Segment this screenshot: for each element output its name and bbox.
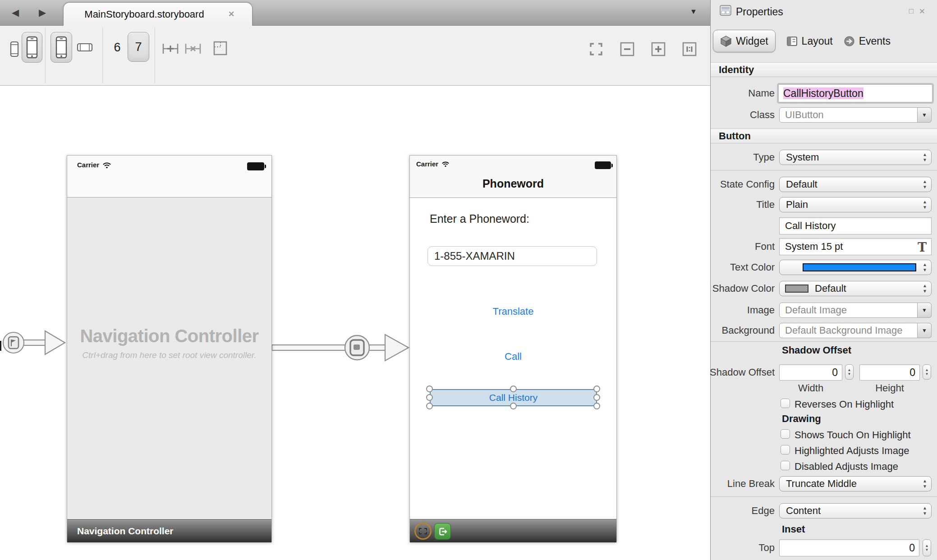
class-value: UIButton: [785, 109, 824, 120]
properties-panel: Properties □ ✕ Widget Layout: [710, 0, 937, 560]
title-text-field[interactable]: Call History: [779, 217, 932, 234]
inset-top-field[interactable]: 0: [779, 539, 919, 556]
back-button[interactable]: ◀: [6, 5, 24, 21]
phoneword-textfield[interactable]: 1-855-XAMARIN: [427, 246, 597, 266]
navigation-controller-scene[interactable]: Carrier Navigation Controller Ctrl+drag …: [67, 155, 272, 542]
type-popup[interactable]: System ▲▼: [779, 150, 932, 165]
font-picker-icon[interactable]: T: [918, 239, 927, 256]
background-combo[interactable]: Default Background Image ▼: [779, 323, 932, 338]
zoom-out-icon: [620, 42, 634, 56]
panel-close-icon[interactable]: ✕: [919, 7, 925, 16]
name-field[interactable]: CallHistoryButton: [778, 84, 932, 102]
selection-handle[interactable]: [593, 403, 600, 409]
up-arrow-glyph: ▲: [923, 283, 927, 289]
down-arrow-glyph: ▼: [925, 372, 929, 376]
translate-button[interactable]: Translate: [410, 306, 616, 317]
inset-header: Inset: [782, 523, 805, 535]
shadow-offset-height-stepper[interactable]: ▲▼: [923, 364, 931, 380]
properties-title: Properties: [736, 6, 783, 18]
forward-button[interactable]: ▶: [33, 5, 51, 21]
down-arrow-glyph: ▼: [923, 157, 927, 163]
down-arrow-glyph: ▼: [923, 205, 927, 210]
ios6-button[interactable]: 6: [110, 41, 124, 55]
highlighted-adjusts-checkbox[interactable]: [781, 445, 790, 454]
storyboard-canvas[interactable]: Carrier Navigation Controller Ctrl+drag …: [0, 86, 710, 560]
selection-handle[interactable]: [426, 403, 433, 409]
edge-row: Edge Content ▲▼: [711, 503, 937, 519]
dropdown-icon[interactable]: ▼: [917, 323, 932, 338]
up-arrow-glyph: ▲: [925, 544, 929, 548]
selection-handle[interactable]: [593, 386, 600, 392]
selection-handle[interactable]: [510, 386, 517, 392]
constraint-frame-button[interactable]: [212, 40, 228, 58]
orientation-portrait-button[interactable]: [51, 32, 72, 63]
inset-top-stepper[interactable]: ▲▼: [923, 539, 931, 556]
name-row: Name CallHistoryButton: [711, 84, 937, 102]
nav-controller-footer-label: Navigation Controller: [77, 519, 174, 543]
cube-icon: [720, 35, 732, 47]
constraint-add-button[interactable]: [161, 41, 179, 58]
panel-detach-icon[interactable]: □: [909, 7, 914, 16]
exit-segue-icon[interactable]: [434, 523, 451, 540]
shadow-offset-height-field[interactable]: 0: [859, 364, 920, 381]
tab-mainstoryboard[interactable]: MainStoryboard.storyboard ✕: [63, 2, 253, 26]
orientation-landscape-button[interactable]: [77, 43, 93, 54]
phoneword-prompt-label[interactable]: Enter a Phoneword:: [430, 212, 529, 225]
toolbar-separator: [102, 28, 103, 83]
dropdown-icon[interactable]: ▼: [917, 107, 932, 123]
constraint-remove-button[interactable]: [184, 41, 202, 58]
zoom-actual-button[interactable]: [682, 42, 697, 56]
background-value: Default Background Image: [785, 325, 903, 336]
zoom-out-button[interactable]: [620, 42, 634, 56]
selection-handle[interactable]: [510, 403, 517, 409]
shadow-offset-width-field[interactable]: 0: [779, 364, 842, 381]
zoom-in-button[interactable]: [651, 42, 666, 56]
state-config-popup[interactable]: Default ▲▼: [779, 177, 932, 192]
selection-handle[interactable]: [426, 386, 433, 392]
up-arrow-glyph: ▲: [925, 368, 929, 372]
line-break-popup[interactable]: Truncate Middle ▲▼: [779, 476, 932, 491]
tab-widget[interactable]: Widget: [713, 30, 776, 52]
zoom-fit-button[interactable]: [589, 42, 603, 56]
view-controller-icon[interactable]: [414, 523, 432, 540]
shadow-color-popup[interactable]: Default ▲▼: [779, 281, 932, 296]
tab-layout[interactable]: Layout: [786, 35, 833, 47]
up-arrow-glyph: ▲: [923, 478, 927, 484]
tab-overflow-icon[interactable]: ▼: [690, 8, 697, 16]
selection-handle[interactable]: [426, 394, 433, 401]
reverses-on-highlight-checkbox[interactable]: [781, 399, 790, 408]
title-text-row: Call History: [711, 217, 937, 234]
selection-handle[interactable]: [593, 394, 600, 401]
ios7-label: 7: [135, 40, 142, 54]
initial-view-controller-arrow[interactable]: [1, 318, 69, 368]
dropdown-icon[interactable]: ▼: [917, 303, 932, 318]
properties-panel-icon: [720, 5, 731, 16]
call-button[interactable]: Call: [410, 351, 616, 363]
size-phone-large-button[interactable]: [22, 32, 42, 63]
size-phone-small-button[interactable]: [10, 41, 19, 59]
nav-controller-body[interactable]: Navigation Controller Ctrl+drag from her…: [67, 197, 271, 518]
shadow-offset-width-stepper[interactable]: ▲▼: [845, 364, 854, 380]
designer-toolbar: 6 7 SIZE ORIENTATION iOS VERSION CONSTRA…: [0, 26, 710, 86]
text-color-swatch: [803, 263, 916, 271]
font-field[interactable]: System 15 pt T: [779, 238, 932, 255]
line-break-label: Line Break: [711, 476, 775, 491]
edge-popup[interactable]: Content ▲▼: [779, 503, 932, 519]
ios7-button[interactable]: 7: [128, 32, 149, 62]
disabled-adjusts-checkbox[interactable]: [781, 461, 790, 470]
down-arrow-glyph: ▼: [923, 267, 927, 273]
title-mode-value: Plain: [786, 199, 808, 210]
shows-touch-checkbox[interactable]: [781, 429, 790, 439]
title-mode-popup[interactable]: Plain ▲▼: [779, 197, 932, 212]
class-combo[interactable]: UIButton ▼: [779, 107, 932, 123]
tab-close-icon[interactable]: ✕: [226, 9, 237, 20]
phoneword-scene[interactable]: Carrier Phoneword Enter a Phoneword: 1-8…: [409, 155, 617, 542]
text-color-popup[interactable]: ▲▼: [779, 260, 932, 275]
image-combo[interactable]: Default Image ▼: [779, 303, 932, 318]
root-view-controller-segue[interactable]: [270, 324, 413, 373]
phoneword-footer-bar[interactable]: [410, 519, 616, 542]
tab-events[interactable]: Events: [844, 35, 891, 47]
tab-events-label: Events: [859, 35, 891, 47]
nav-controller-footer-bar[interactable]: Navigation Controller: [67, 519, 271, 542]
section-separator: [711, 341, 937, 342]
